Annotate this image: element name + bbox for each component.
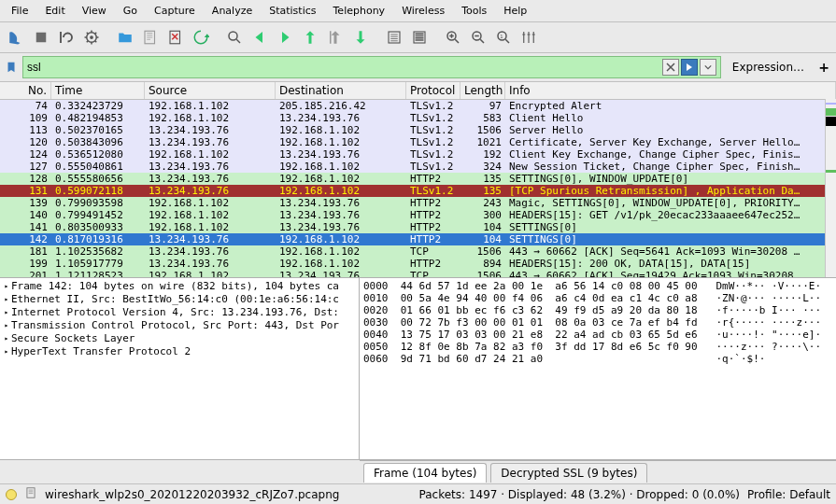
start-capture-button[interactable] [4, 25, 28, 49]
col-dest[interactable]: Destination [276, 82, 406, 99]
svg-rect-0 [36, 33, 47, 43]
reload-button[interactable] [189, 25, 213, 49]
status-bar: wireshark_wlp2s0_20201220203932_cRJZo7.p… [0, 483, 836, 504]
filter-bookmark-icon[interactable] [4, 60, 19, 75]
tree-item[interactable]: ▸ Transmission Control Protocol, Src Por… [0, 319, 359, 332]
tree-item[interactable]: ▸ Ethernet II, Src: BestItWo_56:14:c0 (0… [0, 293, 359, 306]
svg-point-5 [229, 32, 237, 40]
tree-item[interactable]: ▸ HyperText Transfer Protocol 2 [0, 345, 359, 358]
table-row[interactable]: 1310.59907211813.234.193.76192.168.1.102… [0, 185, 836, 197]
display-filter-bar: Expression… + [0, 53, 836, 82]
go-last-button[interactable] [348, 25, 373, 49]
tab-decrypted-ssl[interactable]: Decrypted SSL (9 bytes) [490, 463, 647, 483]
profile-label[interactable]: Profile: Default [747, 488, 830, 501]
bytes-tabs: Frame (104 bytes) Decrypted SSL (9 bytes… [360, 460, 836, 483]
svg-rect-6 [330, 31, 332, 44]
capture-options-button[interactable] [79, 25, 104, 49]
col-info[interactable]: Info [505, 82, 836, 99]
table-row[interactable]: 1991.10591777913.234.193.76192.168.1.102… [0, 258, 836, 270]
auto-scroll-button[interactable] [382, 25, 406, 49]
col-no[interactable]: No. [0, 82, 51, 99]
expand-toggle-icon[interactable]: ▸ [2, 345, 11, 358]
packet-list-header: No. Time Source Destination Protocol Len… [0, 82, 836, 100]
zoom-in-button[interactable] [441, 25, 465, 49]
table-row[interactable]: 1090.482194853192.168.1.10213.234.193.76… [0, 112, 836, 124]
go-to-packet-button[interactable] [298, 25, 322, 49]
col-time[interactable]: Time [51, 82, 145, 99]
expand-toggle-icon[interactable]: ▸ [2, 280, 11, 293]
expand-toggle-icon[interactable]: ▸ [2, 319, 11, 332]
menu-go[interactable]: Go [116, 2, 145, 20]
tree-item[interactable]: ▸ Frame 142: 104 bytes on wire (832 bits… [0, 280, 359, 293]
table-row[interactable]: 1400.799491452192.168.1.10213.234.193.76… [0, 209, 836, 221]
table-row[interactable]: 1270.55504086113.234.193.76192.168.1.102… [0, 161, 836, 173]
table-row[interactable]: 740.332423729192.168.1.102205.185.216.42… [0, 100, 836, 112]
packet-list-pane: No. Time Source Destination Protocol Len… [0, 82, 836, 278]
table-row[interactable]: 1410.803500933192.168.1.10213.234.193.76… [0, 221, 836, 233]
svg-text:1: 1 [500, 34, 503, 39]
capture-file-name: wireshark_wlp2s0_20201220203932_cRJZo7.p… [45, 488, 412, 501]
svg-rect-8 [389, 32, 400, 43]
packet-counts: Packets: 1497 · Displayed: 48 (3.2%) · D… [419, 488, 740, 501]
packet-scrollbar[interactable] [825, 99, 836, 277]
menu-capture[interactable]: Capture [147, 2, 203, 20]
expand-toggle-icon[interactable]: ▸ [2, 332, 11, 345]
menu-telephony[interactable]: Telephony [326, 2, 393, 20]
menu-tools[interactable]: Tools [454, 2, 494, 20]
svg-rect-14 [27, 488, 35, 498]
table-row[interactable]: 1811.10253568213.234.193.76192.168.1.102… [0, 245, 836, 258]
zoom-reset-button[interactable]: 1 [491, 25, 516, 49]
packet-bytes-pane[interactable]: 0000 44 6d 57 1d ee 2a 00 1e a6 56 14 c0… [360, 278, 836, 459]
menu-statistics[interactable]: Statistics [262, 2, 323, 20]
expand-toggle-icon[interactable]: ▸ [2, 306, 11, 319]
menu-view[interactable]: View [75, 2, 114, 20]
expert-info-icon[interactable] [6, 489, 17, 500]
table-row[interactable]: 1390.799093598192.168.1.10213.234.193.76… [0, 197, 836, 209]
tab-frame-bytes[interactable]: Frame (104 bytes) [363, 463, 487, 483]
resize-columns-button[interactable] [517, 25, 541, 49]
table-row[interactable]: 2011.121128523192.168.1.10213.234.193.76… [0, 270, 836, 277]
display-filter-input[interactable] [27, 61, 660, 74]
table-row[interactable]: 1240.536512080192.168.1.10213.234.193.76… [0, 148, 836, 161]
find-packet-button[interactable] [222, 25, 247, 49]
colorize-button[interactable] [407, 25, 432, 49]
table-row[interactable]: 1420.81701931613.234.193.76192.168.1.102… [0, 233, 836, 245]
go-forward-button[interactable] [273, 25, 297, 49]
go-back-button[interactable] [248, 25, 272, 49]
expand-toggle-icon[interactable]: ▸ [2, 293, 11, 306]
menu-help[interactable]: Help [496, 2, 534, 20]
col-source[interactable]: Source [145, 82, 276, 99]
open-file-button[interactable] [113, 25, 137, 49]
tree-item[interactable]: ▸ Internet Protocol Version 4, Src: 13.2… [0, 306, 359, 319]
apply-filter-button[interactable] [681, 59, 698, 76]
go-first-button[interactable] [323, 25, 347, 49]
close-file-button[interactable] [163, 25, 188, 49]
filter-history-button[interactable] [700, 59, 716, 76]
add-filter-button[interactable]: + [815, 60, 832, 75]
expression-button[interactable]: Expression… [725, 59, 812, 76]
packet-details-pane[interactable]: ▸ Frame 142: 104 bytes on wire (832 bits… [0, 278, 360, 459]
col-length[interactable]: Length [461, 82, 505, 99]
menu-edit[interactable]: Edit [37, 2, 72, 20]
capture-file-icon [24, 486, 37, 502]
menubar: File Edit View Go Capture Analyze Statis… [0, 0, 836, 22]
table-row[interactable]: 1200.50384309613.234.193.76192.168.1.102… [0, 136, 836, 148]
menu-analyze[interactable]: Analyze [205, 2, 260, 20]
table-row[interactable]: 1130.50237016513.234.193.76192.168.1.102… [0, 124, 836, 136]
restart-capture-button[interactable] [54, 25, 78, 49]
clear-filter-button[interactable] [662, 59, 679, 76]
menu-wireless[interactable]: Wireless [394, 2, 452, 20]
main-toolbar: 1 [0, 22, 836, 53]
menu-file[interactable]: File [4, 2, 35, 20]
tree-item[interactable]: ▸ Secure Sockets Layer [0, 332, 359, 345]
zoom-out-button[interactable] [466, 25, 490, 49]
save-file-button[interactable] [138, 25, 163, 49]
packet-list-rows[interactable]: 740.332423729192.168.1.102205.185.216.42… [0, 100, 836, 277]
display-filter-input-wrapper [22, 56, 721, 78]
table-row[interactable]: 1280.55558065613.234.193.76192.168.1.102… [0, 173, 836, 185]
col-protocol[interactable]: Protocol [406, 82, 461, 99]
stop-capture-button[interactable] [29, 25, 53, 49]
svg-point-2 [90, 35, 93, 39]
